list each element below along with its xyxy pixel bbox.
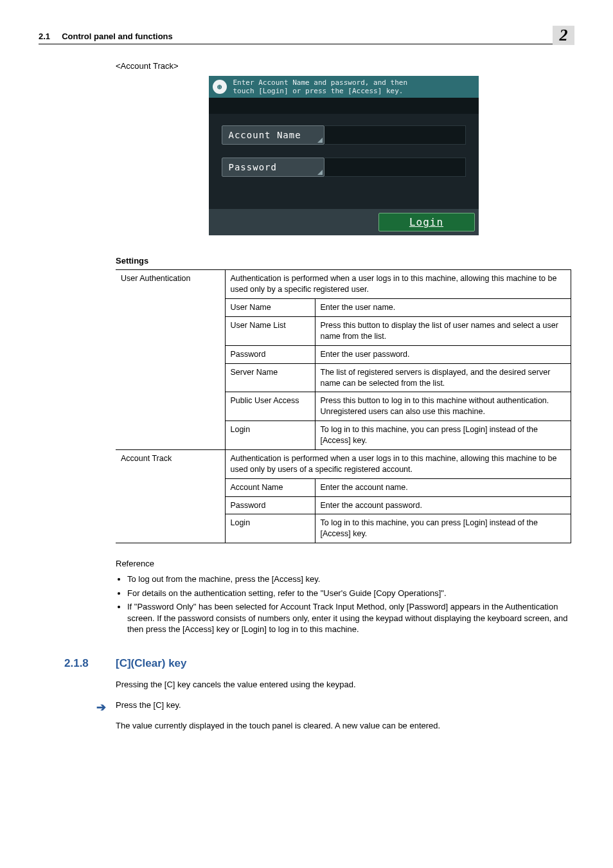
subsection-title: [C](Clear) key xyxy=(116,657,187,670)
cell-key: Public User Access xyxy=(225,392,315,421)
cell-key: User Name List xyxy=(225,317,315,346)
login-button[interactable]: Login xyxy=(378,213,475,231)
reference-title: Reference xyxy=(116,559,571,568)
list-item: If "Password Only" has been selected for… xyxy=(127,601,571,635)
cell-key: Password xyxy=(225,496,315,514)
account-track-label: Account Track xyxy=(116,449,225,543)
cell-value: Enter the user password. xyxy=(315,345,571,363)
reference-block: Reference To log out from the machine, p… xyxy=(116,559,571,635)
header-left: 2.1 Control panel and functions xyxy=(39,32,173,41)
settings-table: User Authentication Authentication is pe… xyxy=(116,269,571,543)
cell-value: Enter the account password. xyxy=(315,496,571,514)
table-row: Account Track Authentication is performe… xyxy=(116,449,571,478)
step-text: Press the [C] key. xyxy=(116,700,574,711)
touch-panel-separator xyxy=(209,98,479,114)
user-auth-label: User Authentication xyxy=(116,270,225,450)
user-auth-desc: Authentication is performed when a user … xyxy=(225,270,571,299)
cell-value: To log in to this machine, you can press… xyxy=(315,514,571,543)
instruction-line2: touch [Login] or press the [Access] key. xyxy=(233,87,408,95)
account-track-desc: Authentication is performed when a user … xyxy=(225,449,571,478)
settings-heading: Settings xyxy=(116,256,571,266)
page-header: 2.1 Control panel and functions 2 xyxy=(39,26,574,44)
list-item: To log out from the machine, press the [… xyxy=(127,574,571,585)
touch-panel-header: ⊛ Enter Account Name and password, and t… xyxy=(209,76,479,98)
cell-key: Account Name xyxy=(225,478,315,496)
cell-value: To log in to this machine, you can press… xyxy=(315,421,571,450)
cell-value: The list of registered servers is displa… xyxy=(315,363,571,392)
account-name-button[interactable]: Account Name xyxy=(222,125,324,145)
cell-key: User Name xyxy=(225,299,315,317)
cell-value: Enter the account name. xyxy=(315,478,571,496)
touch-panel-instruction: Enter Account Name and password, and the… xyxy=(233,78,408,95)
account-name-field[interactable] xyxy=(324,125,466,145)
account-track-caption: <Account Track> xyxy=(116,61,571,71)
touch-panel: ⊛ Enter Account Name and password, and t… xyxy=(209,76,479,235)
arrow-right-icon: ➔ xyxy=(96,700,116,716)
section-title: Control panel and functions xyxy=(62,32,173,41)
cell-key: Password xyxy=(225,345,315,363)
table-row: User Authentication Authentication is pe… xyxy=(116,270,571,299)
cell-key: Login xyxy=(225,514,315,543)
subsection-number: 2.1.8 xyxy=(64,657,116,670)
password-field[interactable] xyxy=(324,158,466,177)
cell-key: Server Name xyxy=(225,363,315,392)
key-icon: ⊛ xyxy=(213,80,227,94)
list-item: For details on the authentication settin… xyxy=(127,588,571,599)
cell-key: Login xyxy=(225,421,315,450)
chapter-badge: 2 xyxy=(553,26,574,45)
cell-value: Enter the user name. xyxy=(315,299,571,317)
cell-value: Press this button to display the list of… xyxy=(315,317,571,346)
section-number: 2.1 xyxy=(39,32,50,41)
step-result: The value currently displayed in the tou… xyxy=(116,720,574,732)
password-button[interactable]: Password xyxy=(222,158,324,177)
subsection-paragraph: Pressing the [C] key cancels the value e… xyxy=(116,679,574,691)
cell-value: Press this button to log in to this mach… xyxy=(315,392,571,421)
instruction-line1: Enter Account Name and password, and the… xyxy=(233,78,408,87)
